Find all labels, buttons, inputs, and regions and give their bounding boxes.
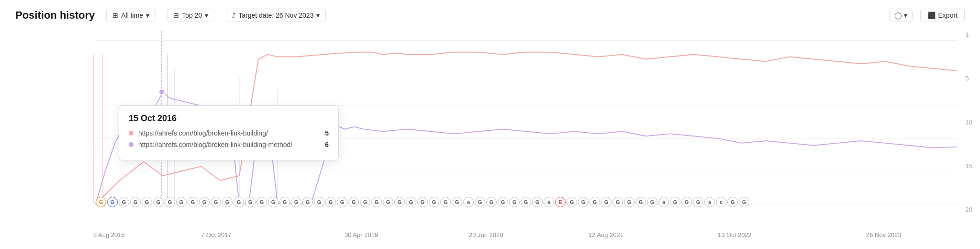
- g-icon-22[interactable]: G: [348, 197, 359, 207]
- top-filter-button[interactable]: ⊟ Top 20 ▾: [167, 9, 214, 22]
- g-icon-8[interactable]: G: [188, 197, 198, 207]
- g-icon-9[interactable]: G: [199, 197, 210, 207]
- g-icon-49[interactable]: a: [658, 197, 669, 207]
- g-icon-26[interactable]: G: [394, 197, 405, 207]
- g-icon-39[interactable]: a: [544, 197, 554, 207]
- tooltip-date: 15 Oct 2016: [129, 113, 329, 124]
- tooltip-row-1: https://ahrefs.com/blog/broken-link-buil…: [129, 129, 329, 137]
- g-icon-16[interactable]: G: [279, 197, 290, 207]
- g-icon-43[interactable]: G: [590, 197, 600, 207]
- x-label-nov2023: 26 Nov 2023: [866, 231, 902, 238]
- g-icon-28[interactable]: G: [417, 197, 428, 207]
- y-label-15: 15: [966, 162, 972, 170]
- g-icon-48[interactable]: G: [647, 197, 657, 207]
- chart-tooltip: 15 Oct 2016 https://ahrefs.com/blog/brok…: [119, 105, 339, 160]
- time-filter-button[interactable]: ⊞ All time ▾: [106, 9, 156, 22]
- g-icon-33[interactable]: G: [475, 197, 485, 207]
- g-icon-35[interactable]: G: [498, 197, 508, 207]
- target-date-button[interactable]: ⤴ Target date: 26 Nov 2023 ▾: [226, 9, 326, 22]
- g-icon-52[interactable]: G: [693, 197, 703, 207]
- g-icon-38[interactable]: G: [532, 197, 543, 207]
- g-icon-11[interactable]: G: [222, 197, 233, 207]
- x-label-aug2021: 12 Aug 2021: [589, 231, 624, 238]
- tooltip-url-1: https://ahrefs.com/blog/broken-link-buil…: [138, 129, 309, 137]
- share-icon: ◯: [894, 11, 902, 19]
- y-label-1: 1: [966, 31, 972, 38]
- header-actions: ◯ ▾ ⬛ Export: [889, 9, 965, 22]
- target-date-label: Target date: 26 Nov 2023: [238, 11, 313, 19]
- export-label: Export: [938, 11, 958, 19]
- export-button[interactable]: ⬛ Export: [920, 9, 965, 22]
- chevron-down-icon: ▾: [146, 11, 149, 19]
- g-icon-21[interactable]: G: [337, 197, 347, 207]
- share-button[interactable]: ◯ ▾: [889, 9, 913, 22]
- g-icon-55[interactable]: G: [727, 197, 738, 207]
- g-icon-56[interactable]: G: [739, 197, 749, 207]
- g-icon-46[interactable]: G: [624, 197, 635, 207]
- top-filter-label: Top 20: [182, 11, 202, 19]
- g-icon-53[interactable]: a: [704, 197, 715, 207]
- g-icon-1[interactable]: G: [107, 197, 118, 207]
- g-icon-19[interactable]: G: [314, 197, 324, 207]
- g-icon-24[interactable]: G: [371, 197, 382, 207]
- g-icon-10[interactable]: G: [211, 197, 221, 207]
- g-icon-34[interactable]: G: [486, 197, 497, 207]
- g-icon-0[interactable]: G: [96, 197, 106, 207]
- g-icon-29[interactable]: G: [429, 197, 439, 207]
- g-icon-32[interactable]: a: [463, 197, 474, 207]
- y-axis: 1 5 10 15 20: [966, 31, 972, 213]
- g-icon-51[interactable]: G: [681, 197, 692, 207]
- g-icon-42[interactable]: G: [578, 197, 589, 207]
- g-icon-47[interactable]: G: [635, 197, 646, 207]
- g-icon-7[interactable]: G: [176, 197, 187, 207]
- g-icon-27[interactable]: G: [406, 197, 416, 207]
- g-icon-40[interactable]: E: [555, 197, 566, 207]
- tooltip-url-2: https://ahrefs.com/blog/broken-link-buil…: [138, 141, 309, 148]
- time-filter-label: All time: [121, 11, 143, 19]
- g-icon-50[interactable]: G: [670, 197, 680, 207]
- g-icon-25[interactable]: G: [383, 197, 393, 207]
- calendar-icon: ⊞: [112, 11, 118, 19]
- g-icon-5[interactable]: G: [153, 197, 164, 207]
- tooltip-val-1: 5: [313, 129, 329, 137]
- g-icon-54[interactable]: c: [716, 197, 726, 207]
- tooltip-row-2: https://ahrefs.com/blog/broken-link-buil…: [129, 141, 329, 148]
- x-label-jun2020: 20 Jun 2020: [469, 231, 503, 238]
- page-title: Position history: [15, 9, 95, 22]
- header: Position history ⊞ All time ▾ ⊟ Top 20 ▾…: [0, 0, 980, 31]
- x-label-oct2017: 7 Oct 2017: [201, 231, 232, 238]
- x-label-aug2015: 8 Aug 2015: [93, 231, 125, 238]
- g-icon-41[interactable]: G: [567, 197, 577, 207]
- g-icon-3[interactable]: G: [130, 197, 141, 207]
- g-icon-12[interactable]: G: [234, 197, 244, 207]
- tooltip-dot-2: [129, 142, 134, 147]
- list-icon: ⊟: [173, 11, 179, 19]
- trend-icon: ⤴: [232, 11, 235, 19]
- g-icon-14[interactable]: G: [256, 197, 267, 207]
- g-icon-36[interactable]: G: [509, 197, 520, 207]
- g-icon-44[interactable]: G: [601, 197, 612, 207]
- export-icon: ⬛: [927, 11, 935, 19]
- g-icons-row: GGGGGGGGGGGGGGGGGGGGGGGGGGGGGGGGaGGGGGGa…: [0, 193, 980, 211]
- g-icon-45[interactable]: G: [612, 197, 623, 207]
- x-label-apr2019: 30 Apr 2019: [345, 231, 378, 238]
- g-icon-37[interactable]: G: [521, 197, 531, 207]
- g-icon-20[interactable]: G: [325, 197, 336, 207]
- g-icon-30[interactable]: G: [440, 197, 451, 207]
- chart-area: 1 5 10 15 20 15 Oct 2016 https://ahrefs.…: [0, 31, 980, 237]
- x-label-oct2022: 13 Oct 2022: [718, 231, 752, 238]
- g-icon-17[interactable]: G: [291, 197, 301, 207]
- tooltip-dot-1: [129, 131, 134, 136]
- share-chevron: ▾: [904, 11, 907, 19]
- g-icon-31[interactable]: G: [452, 197, 462, 207]
- chevron-down-icon2: ▾: [205, 11, 208, 19]
- g-icon-15[interactable]: G: [268, 197, 278, 207]
- y-label-10: 10: [966, 119, 972, 126]
- g-icon-13[interactable]: G: [245, 197, 256, 207]
- g-icon-2[interactable]: G: [119, 197, 129, 207]
- g-icon-4[interactable]: G: [142, 197, 152, 207]
- tooltip-val-2: 6: [313, 141, 329, 148]
- g-icon-23[interactable]: G: [360, 197, 370, 207]
- g-icon-6[interactable]: G: [165, 197, 175, 207]
- g-icon-18[interactable]: G: [302, 197, 313, 207]
